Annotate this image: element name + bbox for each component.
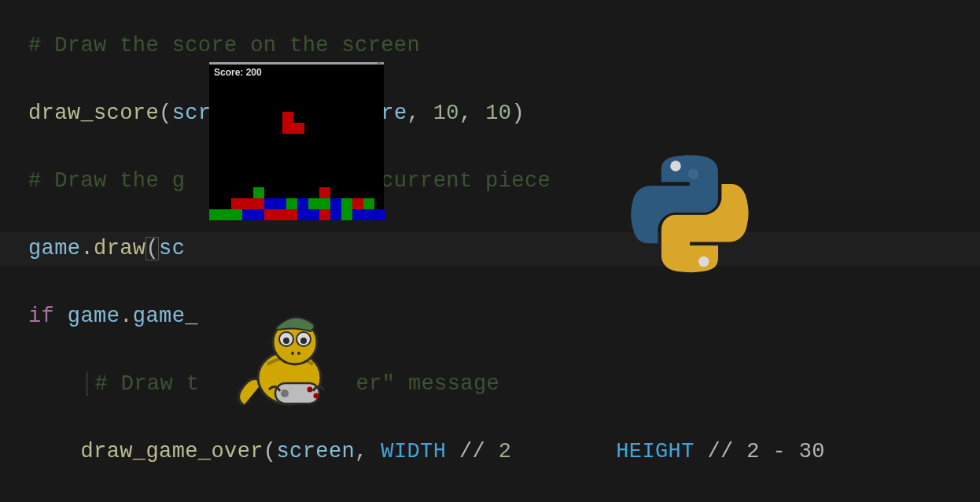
pygame-mascot-icon — [228, 311, 354, 421]
svg-point-0 — [670, 161, 680, 171]
svg-point-9 — [297, 352, 300, 355]
num: 10 — [485, 102, 511, 125]
op-floordiv: // — [459, 440, 485, 463]
svg-point-7 — [300, 338, 307, 344]
prop-gameover-partial: game_ — [133, 305, 198, 328]
num: 2 — [499, 440, 512, 463]
obj-game: game — [28, 237, 80, 260]
svg-point-11 — [281, 389, 289, 397]
op-tail: // 2 - 30 — [707, 440, 824, 463]
num: 10 — [433, 102, 459, 125]
comment: # Draw the score on the screen — [28, 34, 420, 57]
svg-point-6 — [283, 338, 289, 344]
game-score-label: Score: 200 — [214, 67, 262, 78]
obj-game: game — [68, 305, 120, 328]
code-editor[interactable]: # Draw the score on the screen draw_scor… — [0, 0, 980, 502]
arg-screen: screen — [276, 440, 355, 463]
game-titlebar — [209, 62, 384, 65]
tetris-game-window: Score: 200 — [209, 62, 384, 220]
method-draw: draw — [94, 237, 146, 260]
const-height: HEIGHT — [616, 440, 694, 463]
svg-point-12 — [308, 387, 313, 393]
svg-point-13 — [314, 393, 319, 399]
fn-draw-score: draw_score — [28, 102, 159, 125]
python-logo-icon — [631, 155, 749, 273]
kw-if: if — [28, 305, 54, 328]
svg-point-8 — [291, 352, 294, 355]
svg-point-1 — [698, 257, 709, 267]
fn-draw-game-over: draw_game_over — [80, 440, 263, 463]
arg-screen-partial: sc — [159, 237, 185, 260]
const-width: WIDTH — [381, 440, 446, 463]
